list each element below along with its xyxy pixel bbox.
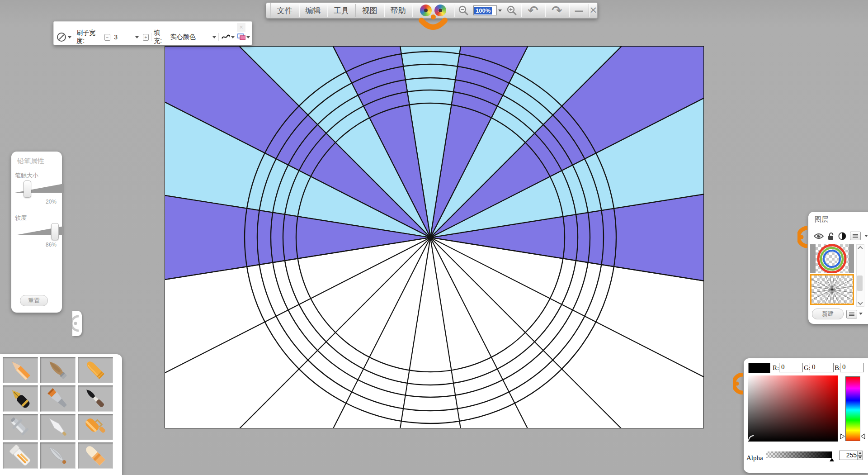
hue-slider[interactable]: [845, 376, 860, 441]
curl-icon: [72, 311, 82, 336]
scroll-down-icon[interactable]: [857, 301, 863, 305]
chevron-down-icon[interactable]: [135, 36, 139, 38]
menu-edit[interactable]: 编辑: [299, 3, 327, 18]
chevron-down-icon[interactable]: [246, 36, 250, 38]
spinner-down-button[interactable]: [857, 456, 863, 461]
pencil-properties-panel: 铅笔属性 笔触大小 20% 软度 86% 重置: [11, 152, 62, 313]
brush-width-value[interactable]: 3: [110, 33, 135, 41]
hue-marker-right-icon[interactable]: [860, 433, 865, 439]
saturation-value-picker[interactable]: [748, 375, 838, 442]
fill-style-icon[interactable]: [237, 33, 245, 41]
layer-item-2-selected[interactable]: [810, 274, 854, 305]
alpha-marker-icon[interactable]: [829, 458, 835, 462]
clown-left-eye-icon: [420, 5, 432, 16]
tool-airbrush[interactable]: [3, 414, 38, 440]
unlock-icon[interactable]: [827, 232, 835, 240]
layers-scrollbar[interactable]: [856, 244, 864, 307]
charcoal-pencil-icon: [41, 357, 75, 383]
softness-slider-thumb[interactable]: [51, 223, 59, 240]
zoom-out-icon: [458, 5, 469, 16]
b-input[interactable]: 0: [840, 363, 864, 372]
clown-right-eye-icon: [434, 5, 446, 16]
chevron-down-icon[interactable]: [68, 36, 71, 38]
chevron-down-icon[interactable]: [212, 36, 216, 38]
opacity-contrast-icon[interactable]: [838, 232, 846, 240]
zoom-in-button[interactable]: [503, 3, 521, 18]
menu-file[interactable]: 文件: [271, 3, 299, 18]
width-increase-button[interactable]: +: [143, 34, 149, 41]
divider: [218, 33, 219, 41]
spinner-up-button[interactable]: [857, 451, 863, 456]
tool-palette-knife[interactable]: [40, 414, 75, 440]
alpha-value-input[interactable]: 255: [839, 451, 859, 460]
minimize-button[interactable]: —: [569, 3, 589, 18]
menu-view[interactable]: 视图: [356, 3, 384, 18]
zoom-level-value: 100%: [474, 7, 492, 14]
color-panel-handle[interactable]: [733, 373, 745, 396]
tool-palette-panel: [0, 354, 122, 475]
visibility-eye-icon[interactable]: [814, 233, 824, 240]
divider: [74, 33, 74, 41]
fill-mode-value[interactable]: 实心颜色: [167, 33, 212, 41]
chevron-down-icon[interactable]: [498, 10, 502, 12]
toolbar-grip[interactable]: [266, 3, 271, 18]
canvas-artwork: [165, 47, 703, 428]
alpha-spinner[interactable]: [857, 451, 863, 460]
redo-button[interactable]: ↷: [545, 3, 569, 18]
palette-knife-icon: [41, 414, 75, 440]
brush-size-slider[interactable]: [15, 180, 64, 198]
width-decrease-button[interactable]: −: [104, 34, 111, 41]
tool-paint-tube[interactable]: [3, 442, 38, 469]
panel-handle[interactable]: [72, 311, 82, 336]
chevron-down-icon[interactable]: [864, 235, 868, 237]
pen-shape-icon[interactable]: [56, 32, 66, 43]
layers-panel-handle[interactable]: [797, 226, 810, 250]
brush-size-slider-thumb[interactable]: [24, 180, 31, 198]
current-color-swatch[interactable]: [748, 363, 770, 373]
scroll-up-icon[interactable]: [857, 246, 863, 250]
color-picker-panel: R: 0 G: 0 B: 0 Alpha 255: [744, 358, 868, 473]
menu-tools[interactable]: 工具: [327, 3, 355, 18]
tool-flat-brush[interactable]: [40, 385, 75, 412]
hue-marker-left-icon[interactable]: [840, 433, 845, 439]
alpha-label: Alpha: [746, 454, 763, 462]
layer-item-1[interactable]: [810, 244, 854, 273]
chevron-down-icon[interactable]: [859, 313, 863, 315]
curl-icon: [797, 226, 810, 248]
tool-paint-roller[interactable]: [78, 414, 113, 440]
tool-eraser[interactable]: [78, 442, 113, 469]
g-input[interactable]: 0: [810, 363, 834, 372]
tool-carving-knife[interactable]: [40, 442, 75, 469]
paint-tube-icon: [3, 443, 38, 469]
tool-ink-brush[interactable]: [78, 385, 113, 412]
layers-options-button[interactable]: [846, 310, 857, 318]
brush-toolbar-close-button[interactable]: ✕: [237, 23, 245, 32]
slider-track[interactable]: [15, 180, 64, 198]
r-input[interactable]: 0: [779, 363, 803, 372]
layer-2-spokes-preview: [811, 276, 853, 304]
alpha-slider[interactable]: [766, 451, 832, 458]
chevron-down-icon[interactable]: [231, 36, 235, 38]
layer-menu-button[interactable]: [850, 232, 861, 240]
list-icon: [852, 234, 859, 238]
clown-mascot-logo: [412, 3, 454, 18]
zoom-level-combobox[interactable]: 100%: [472, 3, 503, 18]
close-button[interactable]: ✕: [589, 3, 597, 18]
zoom-level-field[interactable]: 100%: [473, 5, 497, 15]
tool-crayon[interactable]: [78, 357, 113, 383]
list-icon: [849, 312, 855, 316]
r-label: R:: [773, 364, 779, 372]
softness-slider[interactable]: [15, 222, 64, 240]
eraser-icon: [78, 443, 113, 469]
stroke-style-icon[interactable]: [221, 33, 231, 41]
scrollbar-thumb[interactable]: [857, 276, 863, 291]
tool-charcoal-pencil[interactable]: [40, 357, 75, 383]
new-layer-button[interactable]: 新建: [812, 309, 844, 319]
tool-pencil[interactable]: [3, 357, 38, 383]
menu-help[interactable]: 帮助: [384, 3, 412, 18]
reset-button[interactable]: 重置: [20, 295, 48, 306]
zoom-out-button[interactable]: [454, 3, 472, 18]
undo-button[interactable]: ↶: [521, 3, 545, 18]
drawing-canvas[interactable]: [165, 46, 704, 428]
tool-fountain-pen[interactable]: [3, 385, 38, 412]
